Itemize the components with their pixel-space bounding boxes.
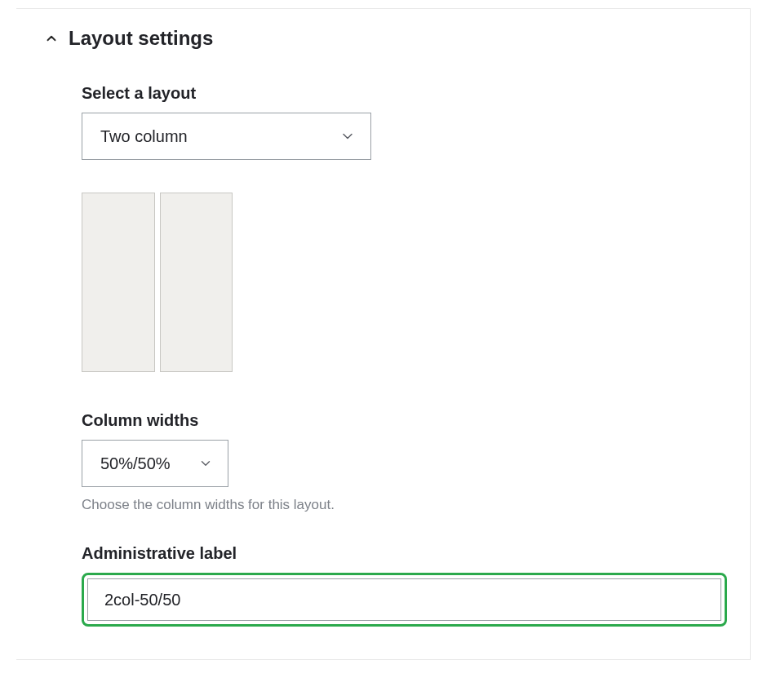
admin-label-label: Administrative label	[82, 544, 727, 563]
layout-preview	[82, 193, 233, 372]
chevron-down-icon	[339, 128, 356, 144]
chevron-up-icon	[44, 31, 59, 46]
layout-preview-column	[82, 193, 155, 372]
column-widths-label: Column widths	[82, 411, 727, 430]
layout-select-label: Select a layout	[82, 84, 727, 103]
layout-select-value: Two column	[100, 127, 188, 146]
admin-label-input[interactable]	[87, 578, 721, 621]
column-widths-value: 50%/50%	[100, 454, 171, 473]
admin-label-highlight	[82, 573, 727, 627]
column-widths-help: Choose the column widths for this layout…	[82, 497, 727, 513]
layout-settings-panel: Layout settings Select a layout Two colu…	[16, 8, 751, 660]
column-widths-select[interactable]: 50%/50%	[82, 440, 228, 487]
section-title: Layout settings	[69, 27, 213, 50]
chevron-down-icon	[198, 456, 213, 471]
layout-select[interactable]: Two column	[82, 113, 371, 160]
section-header[interactable]: Layout settings	[44, 27, 727, 50]
layout-preview-column	[160, 193, 233, 372]
